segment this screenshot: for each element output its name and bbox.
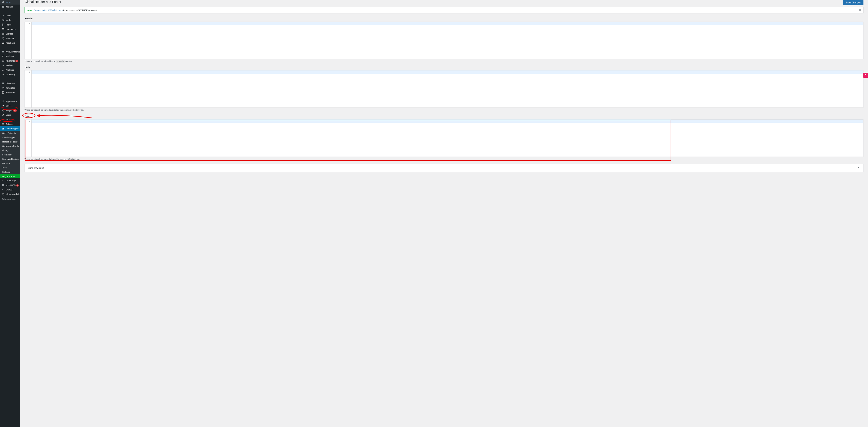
- sidebar-item-label: Reviews: [6, 64, 13, 67]
- sidebar-item-yoast-seo[interactable]: Yoast SEO2: [0, 183, 20, 187]
- svg-rect-12: [2, 92, 4, 93]
- sidebar-item-tools[interactable]: Tools: [0, 117, 20, 122]
- sidebar-item-posts[interactable]: Posts: [0, 13, 20, 18]
- submenu-item-code-snippets[interactable]: Code Snippets: [0, 131, 20, 135]
- jetpack-icon: [2, 5, 4, 8]
- editor-area[interactable]: [32, 70, 863, 108]
- editor-area[interactable]: [32, 22, 863, 59]
- sidebar-item-users[interactable]: Users: [0, 113, 20, 117]
- yith-icon: [2, 104, 4, 107]
- sidebar-item-label: Marketing: [6, 73, 15, 76]
- help-icon[interactable]: ?: [45, 167, 47, 169]
- svg-rect-8: [2, 83, 3, 84]
- sidebar-item-settings[interactable]: Settings: [0, 122, 20, 126]
- sidebar-item-slider-revolution[interactable]: Slider Revolution: [0, 192, 20, 196]
- wpforms-icon: [2, 91, 4, 94]
- slider-icon: [2, 193, 4, 196]
- sidebar-item-label: MC4WP: [6, 189, 13, 191]
- sidebar-item-label: Appearance: [6, 100, 17, 102]
- body-section-title: Body: [25, 66, 864, 68]
- sidebar-item-label: Products: [6, 55, 14, 58]
- sidebar-item-plugins[interactable]: Plugins16: [0, 108, 20, 113]
- editor-area[interactable]: [32, 120, 863, 157]
- sidebar-item-woocommerce[interactable]: WooCommerce: [0, 50, 20, 54]
- submenu-item-conversion-pixels[interactable]: Conversion Pixels: [0, 144, 20, 148]
- sidebar-item-label: Settings: [6, 123, 13, 125]
- sidebar-item-products[interactable]: Products: [0, 54, 20, 59]
- upgrade-to-pro[interactable]: Upgrade to Pro: [0, 174, 20, 178]
- sidebar-item-yith[interactable]: YITH: [0, 103, 20, 108]
- meow-icon: M: [2, 179, 4, 182]
- media-icon: [2, 19, 4, 22]
- sidebar-item-media[interactable]: Media: [0, 18, 20, 23]
- feedback-icon: [2, 41, 4, 44]
- sidebar-item-contact[interactable]: Contact: [0, 32, 20, 36]
- sidebar-item-jetpack[interactable]: Jetpack: [0, 4, 20, 9]
- badge: 2: [17, 184, 19, 187]
- sidebar-item-reviews[interactable]: Reviews: [0, 63, 20, 68]
- sidebar-item-label: Contact: [6, 33, 13, 35]
- sidebar-item-wpforms[interactable]: WPForms: [0, 90, 20, 95]
- comment-icon: [2, 28, 4, 31]
- settings-icon: [2, 123, 4, 125]
- sidebar-item-meow-apps[interactable]: MMeow Apps: [0, 178, 20, 183]
- submenu-item-backups[interactable]: Backups: [0, 161, 20, 165]
- user-icon: [2, 114, 4, 116]
- revisions-toggle[interactable]: [857, 166, 860, 170]
- svg-rect-10: [3, 83, 4, 84]
- submenu-item-settings[interactable]: Settings: [0, 170, 20, 174]
- sidebar-item-analytics[interactable]: Analytics: [0, 68, 20, 72]
- svg-rect-5: [2, 42, 4, 43]
- header-section: Header 1 These scripts will be printed i…: [25, 17, 864, 62]
- header-section-title: Header: [25, 17, 864, 20]
- svg-point-4: [2, 37, 4, 39]
- submenu-item-search-replace[interactable]: Search & Replace: [0, 157, 20, 161]
- brush-icon: [2, 100, 4, 103]
- sidebar-item-mc4wp[interactable]: MMC4WP: [0, 187, 20, 192]
- sidebar-item-astra[interactable]: Astra: [0, 0, 20, 4]
- sidebar-item-payments[interactable]: Payments1: [0, 59, 20, 63]
- page-title: Global Header and Footer: [25, 0, 61, 4]
- elementor-floating-button[interactable]: [863, 73, 868, 78]
- sidebar-item-appearance[interactable]: Appearance: [0, 99, 20, 103]
- sidebar-item-label: Feedback: [6, 42, 15, 44]
- svg-rect-7: [2, 60, 4, 62]
- collapse-menu[interactable]: Collapse menu: [0, 196, 20, 202]
- sidebar-item-feedback[interactable]: Feedback: [0, 41, 20, 45]
- svg-point-19: [3, 125, 3, 125]
- sidebar-item-marketing[interactable]: Marketing: [0, 72, 20, 77]
- sidebar-item-label: Slider Revolution: [6, 193, 21, 195]
- sidebar-item-surecart[interactable]: SureCart: [0, 36, 20, 41]
- svg-rect-9: [3, 83, 4, 83]
- sidebar-item-comments[interactable]: Comments: [0, 27, 20, 32]
- header-code-editor[interactable]: 1: [25, 22, 864, 59]
- sidebar-item-code-snippets[interactable]: Code Snippets: [0, 126, 20, 131]
- sidebar-item-label: Code Snippets: [6, 127, 19, 130]
- star-icon: [2, 64, 4, 67]
- plugin-icon: [2, 109, 4, 112]
- dismiss-notice-icon[interactable]: [859, 9, 861, 12]
- submenu-item-file-editor[interactable]: File Editor: [0, 152, 20, 157]
- sidebar-item-elementor[interactable]: Elementor: [0, 81, 20, 86]
- submenu-item-header-footer[interactable]: Header & Footer: [0, 140, 20, 144]
- footer-code-editor[interactable]: 1: [25, 119, 864, 157]
- body-code-editor[interactable]: 1: [25, 70, 864, 108]
- library-link[interactable]: Connect to the WPCode Library: [34, 9, 63, 11]
- save-changes-button[interactable]: Save Changes: [843, 0, 864, 5]
- submenu-item--add-snippet[interactable]: + Add Snippet: [0, 135, 20, 140]
- svg-point-17: [2, 123, 3, 124]
- svg-text:M: M: [2, 189, 3, 190]
- submenu-item-tools[interactable]: Tools: [0, 165, 20, 170]
- megaphone-icon: [2, 73, 4, 76]
- sidebar-item-templates[interactable]: Templates: [0, 86, 20, 90]
- elementor-icon: [2, 82, 4, 85]
- submenu-item-library[interactable]: Library: [0, 148, 20, 152]
- badge: 16: [13, 109, 17, 112]
- new-tag: NEW!: [28, 9, 32, 11]
- sidebar-item-label: Astra: [6, 1, 10, 3]
- svg-point-1: [2, 6, 4, 8]
- sidebar-item-label: Elementor: [6, 82, 15, 85]
- sidebar-item-pages[interactable]: Pages: [0, 23, 20, 27]
- editor-gutter: 1: [25, 70, 32, 108]
- sidebar-item-label: Users: [6, 114, 11, 116]
